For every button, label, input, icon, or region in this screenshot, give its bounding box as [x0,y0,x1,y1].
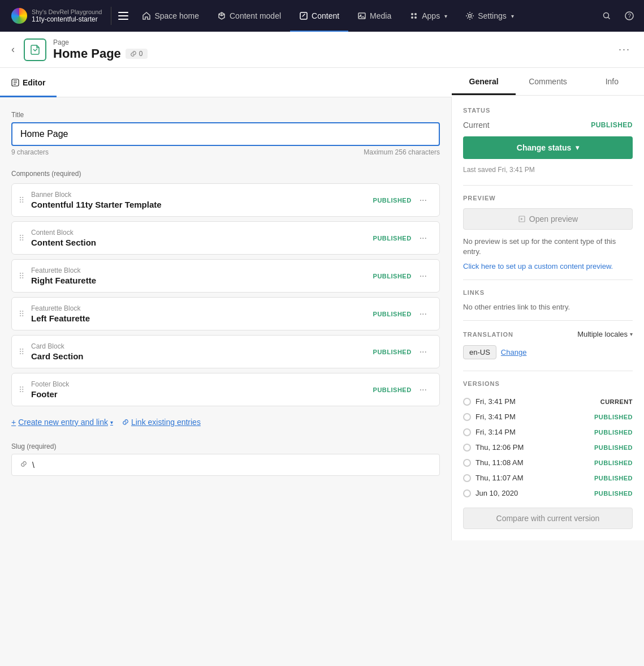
link-badge: 0 [126,49,148,59]
nav-item-content-model[interactable]: Content model [208,0,290,32]
drag-handle[interactable]: ⠿ [16,196,27,205]
version-row[interactable]: Thu, 12:06 PM PUBLISHED [463,440,633,455]
help-button[interactable]: ? [619,6,639,26]
component-list: ⠿ Banner Block Contentful 11ty Starter T… [11,183,440,406]
create-new-entry-button[interactable]: + Create new entry and link ▾ [11,418,113,427]
change-status-label: Change status [517,143,571,152]
left-panel: Title 9 characters Maximum 256 character… [0,97,452,540]
back-button[interactable]: ‹ [9,41,17,58]
slug-section: Slug (required) \ [11,442,440,476]
left-side: Editor Title 9 characters Maximum 256 ch… [0,68,452,540]
tab-editor[interactable]: Editor [0,68,57,97]
component-type: Card Block [31,342,369,350]
status-badge: PUBLISHED [373,311,412,317]
title-field-label: Title [11,111,440,119]
component-name: Left Featurette [31,313,369,323]
gear-icon [465,11,474,20]
drag-handle[interactable]: ⠿ [16,347,27,356]
version-row[interactable]: Fri, 3:41 PM PUBLISHED [463,409,633,424]
component-name: Right Featurette [31,276,369,285]
svg-point-7 [414,13,417,15]
version-radio[interactable] [463,444,471,452]
right-tab-comments[interactable]: Comments [516,68,580,95]
link-existing-button[interactable]: Link existing entries [122,418,201,427]
link-existing-icon [122,419,129,426]
component-more-button[interactable]: ··· [416,384,430,396]
open-preview-button: Open preview [463,208,633,230]
version-row[interactable]: Jun 10, 2020 PUBLISHED [463,485,633,501]
status-badge: PUBLISHED [373,197,412,204]
component-more-button[interactable]: ··· [416,232,430,244]
svg-point-11 [604,13,609,18]
nav-label-content: Content [312,11,339,20]
version-status: CURRENT [600,398,633,405]
drag-handle[interactable]: ⠿ [16,310,27,319]
title-input[interactable] [11,122,440,146]
change-locale-button[interactable]: Change [501,348,527,356]
version-row[interactable]: Fri, 3:41 PM CURRENT [463,394,633,409]
nav-item-media[interactable]: Media [348,0,400,32]
create-new-label: Create new entry and link [18,418,108,427]
version-radio[interactable] [463,489,471,497]
char-count-current: 9 characters [11,148,49,156]
status-value: PUBLISHED [591,121,633,129]
version-date: Thu, 11:07 AM [476,474,590,482]
custom-preview-link[interactable]: Click here to set up a custom content pr… [463,262,613,270]
divider-links [463,280,633,280]
component-more-button[interactable]: ··· [416,270,430,282]
component-more-button[interactable]: ··· [416,308,430,320]
slug-input-wrapper: \ [11,454,440,476]
status-badge: PUBLISHED [373,235,412,242]
nav-items: Space home Content model Content Media [133,0,597,32]
component-actions: + Create new entry and link ▾ Link exist… [11,411,440,433]
version-radio[interactable] [463,428,471,436]
link-existing-label: Link existing entries [131,418,201,427]
component-more-button[interactable]: ··· [416,194,430,207]
multiple-locales-label: Multiple locales [577,330,628,338]
svg-rect-1 [118,15,128,16]
status-badge: PUBLISHED [373,349,412,355]
tab-editor-label: Editor [23,78,45,87]
svg-point-9 [414,16,417,19]
svg-text:?: ? [628,13,632,19]
divider-preview [463,185,633,186]
nav-item-content[interactable]: Content [290,0,348,32]
drag-handle[interactable]: ⠿ [16,272,27,281]
right-tab-general[interactable]: General [452,68,516,95]
links-note: No other entries link to this entry. [463,303,633,311]
search-button[interactable] [597,6,617,26]
help-icon: ? [625,11,634,20]
version-radio[interactable] [463,474,471,482]
status-badge: PUBLISHED [373,386,412,393]
right-tab-info[interactable]: Info [580,68,644,95]
compare-button: Compare with current version [463,508,633,529]
entry-type-label: Page [53,38,148,46]
top-navigation: Shy's DevRel Playground 11ty-contentful-… [0,0,644,32]
preview-note: No preview is set up for the content typ… [463,237,633,257]
component-type: Content Block [31,229,369,237]
nav-item-space-home[interactable]: Space home [133,0,208,32]
right-tabs: General Comments Info [452,68,644,96]
change-status-button[interactable]: Change status ▾ [463,136,633,159]
version-row[interactable]: Thu, 11:07 AM PUBLISHED [463,470,633,485]
hamburger-menu-button[interactable] [114,6,133,25]
entry-more-options-button[interactable]: ··· [614,41,635,58]
version-radio[interactable] [463,413,471,421]
search-icon [602,11,611,20]
drag-handle[interactable]: ⠿ [16,385,27,394]
nav-item-settings[interactable]: Settings ▾ [456,0,523,32]
settings-dropdown-arrow: ▾ [511,13,514,19]
version-row[interactable]: Fri, 3:14 PM PUBLISHED [463,424,633,440]
version-radio[interactable] [463,398,471,406]
drag-handle[interactable]: ⠿ [16,234,27,243]
component-more-button[interactable]: ··· [416,346,430,358]
chevron-down-icon: ▾ [110,419,113,426]
nav-right-actions: ? [597,6,639,26]
links-section-title: LINKS [463,289,633,296]
svg-point-6 [411,13,413,15]
brand-logo [11,8,27,24]
nav-item-apps[interactable]: Apps ▾ [400,0,456,32]
component-name: Footer [31,389,369,399]
version-radio[interactable] [463,459,471,467]
version-row[interactable]: Thu, 11:08 AM PUBLISHED [463,455,633,470]
